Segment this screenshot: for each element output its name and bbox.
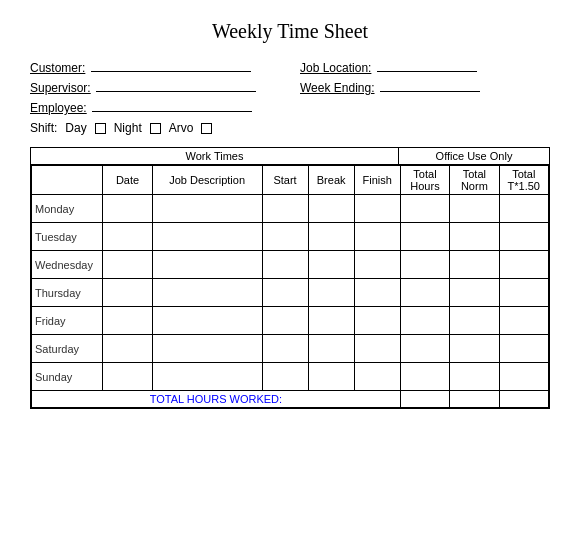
day-label: Saturday (32, 335, 103, 363)
date-cell[interactable] (103, 363, 152, 391)
table-row: Sunday (32, 363, 549, 391)
col-header-start: Start (262, 166, 308, 195)
job-desc-cell[interactable] (152, 363, 262, 391)
employee-label: Employee: (30, 101, 87, 115)
total-hours-cell[interactable] (400, 307, 449, 335)
date-cell[interactable] (103, 223, 152, 251)
total-hours-label: TOTAL HOURS WORKED: (32, 391, 401, 408)
job-desc-cell[interactable] (152, 195, 262, 223)
total-norm-cell[interactable] (450, 363, 499, 391)
total-norm-cell[interactable] (450, 279, 499, 307)
start-cell[interactable] (262, 223, 308, 251)
col-header-finish: Finish (354, 166, 400, 195)
shift-day-checkbox[interactable] (95, 123, 106, 134)
shift-label: Shift: (30, 121, 57, 135)
col-header-break: Break (308, 166, 354, 195)
total-hours-value (400, 391, 449, 408)
break-cell[interactable] (308, 223, 354, 251)
total-hours-cell[interactable] (400, 335, 449, 363)
date-cell[interactable] (103, 307, 152, 335)
total-norm-cell[interactable] (450, 335, 499, 363)
total-t150-value (499, 391, 548, 408)
total-hours-cell[interactable] (400, 223, 449, 251)
column-header-row: Date Job Description Start Break Finish … (32, 166, 549, 195)
finish-cell[interactable] (354, 251, 400, 279)
day-label: Tuesday (32, 223, 103, 251)
col-header-job: Job Description (152, 166, 262, 195)
start-cell[interactable] (262, 279, 308, 307)
total-t150-cell[interactable] (499, 251, 548, 279)
total-hours-cell[interactable] (400, 195, 449, 223)
total-hours-cell[interactable] (400, 251, 449, 279)
table-row: Friday (32, 307, 549, 335)
job-desc-cell[interactable] (152, 279, 262, 307)
shift-day-label: Day (65, 121, 86, 135)
total-norm-cell[interactable] (450, 307, 499, 335)
form-section: Customer: Job Location: Supervisor: Week… (30, 61, 550, 135)
finish-cell[interactable] (354, 195, 400, 223)
shift-night-label: Night (114, 121, 142, 135)
break-cell[interactable] (308, 335, 354, 363)
total-t150-cell[interactable] (499, 279, 548, 307)
table-row: Thursday (32, 279, 549, 307)
start-cell[interactable] (262, 335, 308, 363)
day-label: Wednesday (32, 251, 103, 279)
customer-label: Customer: (30, 61, 85, 75)
total-t150-cell[interactable] (499, 363, 548, 391)
total-norm-cell[interactable] (450, 251, 499, 279)
finish-cell[interactable] (354, 223, 400, 251)
total-norm-value (450, 391, 499, 408)
job-desc-cell[interactable] (152, 307, 262, 335)
table-row: Monday (32, 195, 549, 223)
finish-cell[interactable] (354, 335, 400, 363)
section-headers: Work Times Office Use Only (31, 148, 549, 165)
day-label: Monday (32, 195, 103, 223)
col-header-total-hours: Total Hours (400, 166, 449, 195)
col-header-total-t150: Total T*1.50 (499, 166, 548, 195)
total-t150-cell[interactable] (499, 335, 548, 363)
total-hours-cell[interactable] (400, 363, 449, 391)
date-cell[interactable] (103, 335, 152, 363)
date-cell[interactable] (103, 279, 152, 307)
timesheet-table: Date Job Description Start Break Finish … (31, 165, 549, 408)
break-cell[interactable] (308, 279, 354, 307)
total-t150-cell[interactable] (499, 223, 548, 251)
table-row: Tuesday (32, 223, 549, 251)
shift-arvo-checkbox[interactable] (201, 123, 212, 134)
office-use-header: Office Use Only (399, 148, 549, 164)
total-hours-row: TOTAL HOURS WORKED: (32, 391, 549, 408)
job-location-label: Job Location: (300, 61, 371, 75)
shift-arvo-label: Arvo (169, 121, 194, 135)
job-desc-cell[interactable] (152, 223, 262, 251)
shift-night-checkbox[interactable] (150, 123, 161, 134)
work-times-header: Work Times (31, 148, 399, 164)
start-cell[interactable] (262, 363, 308, 391)
date-cell[interactable] (103, 195, 152, 223)
total-norm-cell[interactable] (450, 195, 499, 223)
col-header-day (32, 166, 103, 195)
finish-cell[interactable] (354, 307, 400, 335)
total-t150-cell[interactable] (499, 195, 548, 223)
finish-cell[interactable] (354, 363, 400, 391)
page-title: Weekly Time Sheet (30, 20, 550, 43)
finish-cell[interactable] (354, 279, 400, 307)
start-cell[interactable] (262, 195, 308, 223)
col-header-date: Date (103, 166, 152, 195)
start-cell[interactable] (262, 251, 308, 279)
supervisor-label: Supervisor: (30, 81, 91, 95)
table-row: Wednesday (32, 251, 549, 279)
job-desc-cell[interactable] (152, 251, 262, 279)
week-ending-label: Week Ending: (300, 81, 375, 95)
timesheet: Work Times Office Use Only Date Job Desc… (30, 147, 550, 409)
break-cell[interactable] (308, 363, 354, 391)
break-cell[interactable] (308, 251, 354, 279)
total-t150-cell[interactable] (499, 307, 548, 335)
start-cell[interactable] (262, 307, 308, 335)
break-cell[interactable] (308, 307, 354, 335)
col-header-total-norm: Total Norm (450, 166, 499, 195)
date-cell[interactable] (103, 251, 152, 279)
total-hours-cell[interactable] (400, 279, 449, 307)
total-norm-cell[interactable] (450, 223, 499, 251)
break-cell[interactable] (308, 195, 354, 223)
job-desc-cell[interactable] (152, 335, 262, 363)
